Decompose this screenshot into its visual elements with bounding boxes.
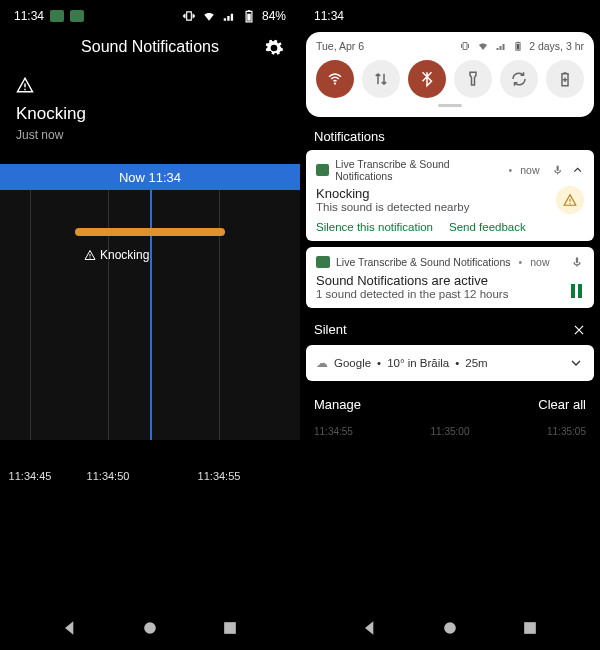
home-button[interactable] xyxy=(440,618,460,638)
qs-rotate-tile[interactable] xyxy=(500,60,538,98)
qs-flashlight-tile[interactable] xyxy=(454,60,492,98)
back-button[interactable] xyxy=(360,618,380,638)
qs-battery-estimate: 2 days, 3 hr xyxy=(529,40,584,52)
data-arrows-icon xyxy=(372,70,390,88)
notif-body: This sound is detected nearby xyxy=(316,201,584,213)
svg-rect-14 xyxy=(557,166,559,172)
axis-label: 11:34:50 xyxy=(87,470,130,482)
svg-point-18 xyxy=(444,622,456,634)
back-button[interactable] xyxy=(60,618,80,638)
alert-time: Just now xyxy=(16,128,284,142)
status-battery: 84% xyxy=(262,9,286,23)
notif-title: Knocking xyxy=(316,186,584,201)
vibrate-icon xyxy=(182,9,196,23)
svg-rect-13 xyxy=(564,72,567,74)
screenshot-sound-notifications: 11:34 84% Sound Notifications Knocking J… xyxy=(0,0,300,650)
svg-rect-7 xyxy=(224,622,236,634)
status-app-icon xyxy=(50,10,64,22)
notif-time: 25m xyxy=(465,357,487,369)
event-marker[interactable] xyxy=(75,228,225,236)
signal-icon xyxy=(222,9,236,23)
app-icon xyxy=(316,164,329,176)
svg-rect-16 xyxy=(569,203,570,204)
nav-bar xyxy=(0,606,300,650)
event-label: Knocking xyxy=(84,248,149,262)
close-icon[interactable] xyxy=(572,323,586,337)
warning-icon xyxy=(16,76,34,94)
bluetooth-icon xyxy=(418,70,436,88)
nav-bar xyxy=(300,606,600,650)
recents-button[interactable] xyxy=(520,618,540,638)
silent-label: Silent xyxy=(314,322,347,337)
battery-icon xyxy=(242,9,256,23)
svg-rect-1 xyxy=(248,10,250,11)
timeline-tick xyxy=(30,190,31,440)
notif-body: 1 sound detected in the past 12 hours xyxy=(316,288,584,300)
notification-google-weather[interactable]: ☁ Google • 10° in Brăila • 25m xyxy=(306,345,594,381)
wifi-icon xyxy=(477,40,489,52)
status-time: 11:34 xyxy=(314,9,344,23)
svg-point-6 xyxy=(144,622,156,634)
drag-handle[interactable] xyxy=(438,104,462,107)
vibrate-icon xyxy=(459,40,471,52)
screenshot-notification-shade: 11:34 Tue, Apr 6 2 days, 3 hr Notificati… xyxy=(300,0,600,650)
notif-title: Sound Notifications are active xyxy=(316,273,584,288)
notifications-header: Notifications xyxy=(300,123,600,150)
notification-knocking[interactable]: Live Transcribe & Sound Notifications no… xyxy=(306,150,594,241)
qs-wifi-tile[interactable] xyxy=(316,60,354,98)
status-time: 11:34 xyxy=(14,9,44,23)
gear-icon[interactable] xyxy=(264,38,284,58)
alert-name: Knocking xyxy=(16,104,284,124)
status-app-icon xyxy=(70,10,84,22)
wifi-icon xyxy=(202,9,216,23)
flashlight-icon xyxy=(464,70,482,88)
chevron-down-icon[interactable] xyxy=(568,355,584,371)
signal-icon xyxy=(495,40,507,52)
page-title: Sound Notifications xyxy=(81,38,219,56)
battery-saver-icon xyxy=(556,70,574,88)
svg-rect-2 xyxy=(24,84,26,88)
clear-all-button[interactable]: Clear all xyxy=(538,397,586,412)
svg-rect-9 xyxy=(517,44,520,49)
notif-time: now xyxy=(520,164,539,176)
svg-rect-15 xyxy=(569,199,570,202)
mic-icon xyxy=(551,163,564,177)
quick-settings-panel[interactable]: Tue, Apr 6 2 days, 3 hr xyxy=(306,32,594,117)
home-button[interactable] xyxy=(140,618,160,638)
manage-button[interactable]: Manage xyxy=(314,397,361,412)
svg-rect-17 xyxy=(576,257,578,263)
svg-rect-0 xyxy=(247,14,251,21)
now-indicator-bar[interactable]: Now 11:34 xyxy=(0,164,300,190)
chevron-up-icon[interactable] xyxy=(571,163,584,177)
notif-app-name: Google xyxy=(334,357,371,369)
shade-footer: Manage Clear all xyxy=(300,387,600,422)
background-axis: 11:34:55 11:35:00 11:35:05 xyxy=(300,426,600,437)
status-bar: 11:34 84% xyxy=(0,0,300,28)
action-feedback[interactable]: Send feedback xyxy=(449,221,526,233)
battery-icon xyxy=(513,40,523,52)
qs-data-tile[interactable] xyxy=(362,60,400,98)
sync-icon xyxy=(510,70,528,88)
wifi-icon xyxy=(326,70,344,88)
svg-rect-10 xyxy=(517,42,519,43)
title-bar: Sound Notifications xyxy=(0,28,300,76)
qs-bluetooth-tile[interactable] xyxy=(408,60,446,98)
notif-app-name: Live Transcribe & Sound Notifications xyxy=(336,256,511,268)
svg-rect-19 xyxy=(524,622,536,634)
cloud-icon: ☁ xyxy=(316,356,328,370)
timeline[interactable]: Knocking 11:34:45 11:34:50 11:34:55 xyxy=(0,190,300,440)
last-alert: Knocking Just now xyxy=(0,76,300,142)
action-silence[interactable]: Silence this notification xyxy=(316,221,433,233)
axis-label: 11:34:45 xyxy=(9,470,52,482)
warning-icon xyxy=(563,193,577,207)
qs-battery-saver-tile[interactable] xyxy=(546,60,584,98)
weather-text: 10° in Brăila xyxy=(387,357,449,369)
mic-icon xyxy=(570,255,584,269)
notification-active[interactable]: Live Transcribe & Sound Notifications no… xyxy=(306,247,594,308)
svg-rect-5 xyxy=(90,258,91,259)
pause-icon[interactable] xyxy=(571,284,582,298)
recents-button[interactable] xyxy=(220,618,240,638)
status-bar: 11:34 xyxy=(300,0,600,28)
qs-date: Tue, Apr 6 xyxy=(316,40,364,52)
svg-rect-3 xyxy=(24,89,26,91)
